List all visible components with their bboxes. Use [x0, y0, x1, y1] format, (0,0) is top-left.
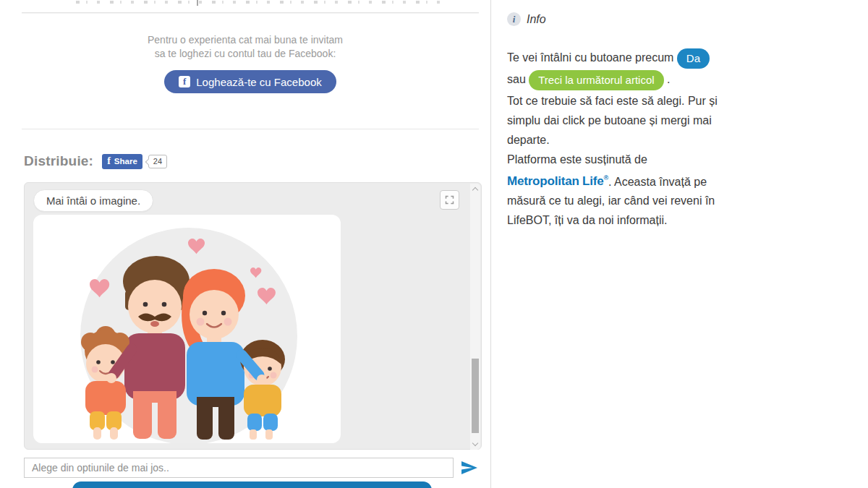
info-paragraph-2: Tot ce trebuie să faci este să alegi. Pu… [507, 91, 726, 150]
share-count-value: 24 [153, 157, 162, 166]
page: Pentru o experienta cat mai buna te invi… [0, 0, 868, 488]
send-button[interactable] [459, 458, 480, 478]
share-count-badge: 24 [148, 155, 167, 168]
info-title: Info [527, 13, 546, 26]
info-line1-text: Te vei întâlni cu butoane precum [507, 51, 673, 64]
info-icon: i [507, 12, 521, 26]
share-label: Distribuie: [24, 153, 93, 169]
next-article-button[interactable]: Treci la următorul articol [529, 70, 663, 90]
info-header: i Info [507, 12, 546, 26]
fullscreen-icon [444, 194, 455, 205]
send-icon [460, 459, 479, 476]
facebook-share-label: Share [114, 157, 137, 166]
login-prompt-line2: sa te loghezi cu contul tau de Facebook: [0, 47, 490, 61]
metropolitan-life-logo: Metropolitan Life® [507, 174, 608, 188]
scrollbar-up-icon[interactable] [472, 187, 478, 193]
info-line-2: sau Treci la următorul articol . [507, 69, 726, 90]
info-line2-suffix: . [667, 73, 670, 85]
clipped-heading-fragments [76, 1, 441, 4]
facebook-login-label: Loghează-te cu Facebook [196, 76, 321, 88]
facebook-login-button[interactable]: f Loghează-te cu Facebook [164, 70, 336, 93]
info-paragraph-3-prefix: Platforma este susținută de [507, 150, 726, 169]
chat-scrollbar[interactable] [470, 184, 480, 450]
chat-window: Mai întâi o imagine. [24, 182, 482, 450]
bot-message-bubble: Mai întâi o imagine. [33, 189, 153, 212]
clipped-heading-descender [197, 0, 198, 6]
primary-option-button[interactable] [72, 481, 432, 488]
chat-scrollbar-thumb[interactable] [472, 359, 479, 433]
divider-middle [22, 129, 479, 129]
info-line2-prefix: sau [507, 73, 526, 85]
chat-image-card [33, 215, 341, 443]
divider-top [22, 12, 479, 13]
da-button[interactable]: Da [677, 48, 710, 69]
facebook-share-button[interactable]: f Share [102, 154, 142, 169]
chat-input[interactable] [24, 458, 454, 478]
fullscreen-button[interactable] [440, 190, 459, 210]
share-count-pointer [145, 158, 151, 164]
info-panel: Te vei întâlni cu butoane precum Da sau … [507, 48, 726, 230]
facebook-share-icon: f [107, 156, 111, 166]
family-illustration [33, 215, 341, 443]
panel-divider [490, 0, 491, 488]
login-prompt: Pentru o experienta cat mai buna te invi… [0, 33, 490, 61]
share-row: Distribuie: f Share 24 [24, 152, 167, 171]
facebook-icon: f [179, 76, 190, 87]
info-line-1: Te vei întâlni cu butoane precum Da [507, 48, 726, 69]
scrollbar-down-icon[interactable] [472, 440, 478, 446]
login-prompt-line1: Pentru o experienta cat mai buna te invi… [0, 33, 490, 47]
info-paragraph-3: Metropolitan Life®. Aceasta învață pe mă… [507, 169, 726, 231]
